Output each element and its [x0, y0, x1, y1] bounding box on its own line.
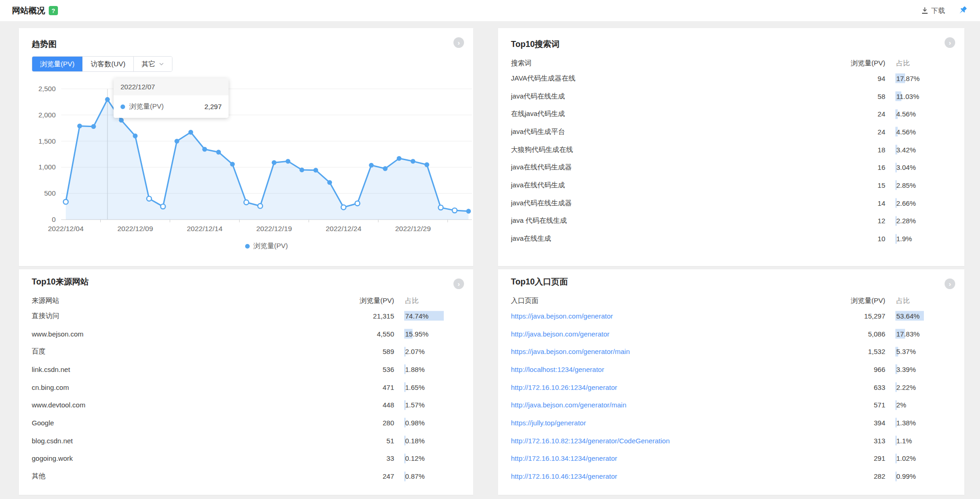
entry-page-link[interactable]: http://java.bejson.com/generator/main — [511, 401, 626, 409]
pct-value: 1.02% — [896, 454, 916, 462]
download-button[interactable]: 下载 — [921, 6, 945, 15]
svg-text:1,000: 1,000 — [38, 163, 56, 171]
pct-cell: 3.04% — [896, 163, 951, 171]
table-row: java在线代码生成 15 2.85% — [511, 176, 951, 194]
table-row: java代码生成平台 24 4.56% — [511, 123, 951, 141]
pv-value: 282 — [835, 472, 885, 480]
table-row: http://172.16.10.46:1234/generator 282 0… — [511, 467, 951, 485]
pct-value: 1.88% — [405, 366, 425, 373]
pct-value: 15.95% — [405, 330, 429, 338]
pct-cell: 2.28% — [896, 217, 951, 225]
topbar: 网站概况 ? 下载 — [0, 0, 980, 21]
entry-table-header: 入口页面 浏览量(PV) 占比 — [511, 294, 951, 307]
pct-value: 17.87% — [896, 75, 920, 82]
pct-value: 2.66% — [896, 199, 916, 207]
pct-cell: 17.87% — [896, 75, 951, 82]
pv-value: 394 — [835, 419, 885, 427]
entry-page-link[interactable]: http://172.16.10.82:1234/generator/CodeG… — [511, 437, 670, 445]
table-row: 在线java代码生成 24 4.56% — [511, 105, 951, 123]
source-site: 直接访问 — [32, 312, 344, 320]
pin-icon[interactable] — [957, 5, 968, 16]
search-panel: Top10搜索词 搜索词 浏览量(PV) 占比 JAVA代码生成器在线 94 1… — [498, 28, 964, 266]
search-term: java代码在线生成器 — [511, 199, 835, 208]
pct-value: 0.98% — [405, 419, 425, 427]
source-site: cn.bing.com — [32, 383, 344, 391]
source-panel: Top10来源网站 来源网站 浏览量(PV) 占比 直接访问 21,315 74… — [19, 269, 473, 495]
entry-page-link[interactable]: https://java.bejson.com/generator/main — [511, 348, 630, 355]
panel-arrow-icon[interactable]: › — [945, 37, 955, 48]
pct-cell: 0.12% — [405, 454, 460, 462]
source-site: www.devtool.com — [32, 401, 344, 409]
table-row: 其他 247 0.87% — [32, 467, 460, 485]
entry-page-link[interactable]: http://172.16.10.34:1234/generator — [511, 454, 617, 462]
svg-text:2022/12/14: 2022/12/14 — [187, 225, 223, 232]
pv-value: 448 — [344, 401, 394, 409]
pct-cell: 0.18% — [405, 437, 460, 445]
table-row: 大狼狗代码生成在线 18 3.42% — [511, 141, 951, 159]
panel-arrow-icon[interactable]: › — [945, 279, 955, 289]
download-label: 下载 — [931, 6, 945, 15]
panel-arrow-icon[interactable]: › — [453, 37, 464, 48]
pct-value: 3.04% — [896, 163, 916, 171]
pct-cell: 17.83% — [896, 330, 951, 338]
pct-cell: 2.66% — [896, 199, 951, 207]
table-row: java 代码在线生成 12 2.28% — [511, 212, 951, 230]
tab-uv[interactable]: 访客数(UV) — [82, 57, 133, 71]
table-row: cn.bing.com 471 1.65% — [32, 378, 460, 396]
entry-panel-title: Top10入口页面 — [511, 277, 951, 287]
pct-value: 1.9% — [896, 235, 912, 243]
tab-other-dropdown[interactable]: 其它 — [133, 57, 172, 71]
column-pct: 占比 — [405, 296, 460, 305]
source-table-header: 来源网站 浏览量(PV) 占比 — [32, 294, 460, 307]
entry-page-link[interactable]: http://localhost:1234/generator — [511, 366, 604, 373]
legend-dot-icon — [245, 244, 250, 249]
pct-cell: 1.38% — [896, 419, 951, 427]
table-row: http://localhost:1234/generator 966 3.39… — [511, 360, 951, 378]
pv-value: 21,315 — [344, 312, 394, 320]
source-panel-title: Top10来源网站 — [32, 277, 460, 287]
pct-cell: 1.02% — [896, 454, 951, 462]
help-icon[interactable]: ? — [49, 6, 58, 15]
pv-value: 4,550 — [344, 330, 394, 338]
pct-value: 1.65% — [405, 383, 425, 391]
chevron-down-icon — [159, 61, 164, 67]
pct-cell: 4.56% — [896, 128, 951, 136]
pv-value: 51 — [344, 437, 394, 445]
table-row: gogoing.work 33 0.12% — [32, 450, 460, 468]
svg-text:2,500: 2,500 — [38, 85, 56, 93]
table-row: java在线生成 10 1.9% — [511, 230, 951, 248]
table-row: http://172.16.10.34:1234/generator 291 1… — [511, 450, 951, 468]
entry-page-link[interactable]: http://172.16.10.26:1234/generator — [511, 383, 617, 391]
entry-page-link[interactable]: http://java.bejson.com/generator — [511, 330, 609, 338]
page-title: 网站概况 — [12, 5, 45, 16]
search-term: java在线代码生成 — [511, 181, 835, 190]
entry-page-link[interactable]: https://jully.top/generator — [511, 419, 586, 427]
pct-value: 4.56% — [896, 110, 916, 118]
pv-value: 24 — [835, 110, 885, 118]
pct-value: 2% — [896, 401, 906, 409]
pv-value: 15 — [835, 181, 885, 189]
svg-text:2022/12/19: 2022/12/19 — [256, 225, 292, 232]
pct-cell: 3.39% — [896, 366, 951, 373]
entry-page-link[interactable]: http://172.16.10.46:1234/generator — [511, 472, 617, 480]
chart-legend[interactable]: 浏览量(PV) — [61, 242, 472, 250]
source-site: gogoing.work — [32, 454, 344, 462]
table-row: java在线代码生成器 16 3.04% — [511, 158, 951, 176]
pct-value: 2.85% — [896, 181, 916, 189]
table-row: JAVA代码生成器在线 94 17.87% — [511, 70, 951, 87]
source-table: 直接访问 21,315 74.74% www.bejson.com 4,550 … — [32, 307, 460, 485]
table-row: www.devtool.com 448 1.57% — [32, 396, 460, 414]
tab-pv[interactable]: 浏览量(PV) — [32, 57, 82, 71]
panel-arrow-icon[interactable]: › — [453, 279, 464, 289]
table-row: java代码在线生成 58 11.03% — [511, 87, 951, 105]
pv-value: 536 — [344, 366, 394, 373]
table-row: https://java.bejson.com/generator/main 1… — [511, 342, 951, 360]
chart-tooltip: 2022/12/07 浏览量(PV) 2,297 — [114, 78, 229, 118]
svg-text:1,500: 1,500 — [38, 137, 56, 145]
pct-value: 1.57% — [405, 401, 425, 409]
pv-value: 247 — [344, 472, 394, 480]
pct-value: 0.99% — [896, 472, 916, 480]
entry-page-link[interactable]: https://java.bejson.com/generator — [511, 312, 613, 320]
source-site: www.bejson.com — [32, 330, 344, 338]
pct-cell: 2.22% — [896, 383, 951, 391]
